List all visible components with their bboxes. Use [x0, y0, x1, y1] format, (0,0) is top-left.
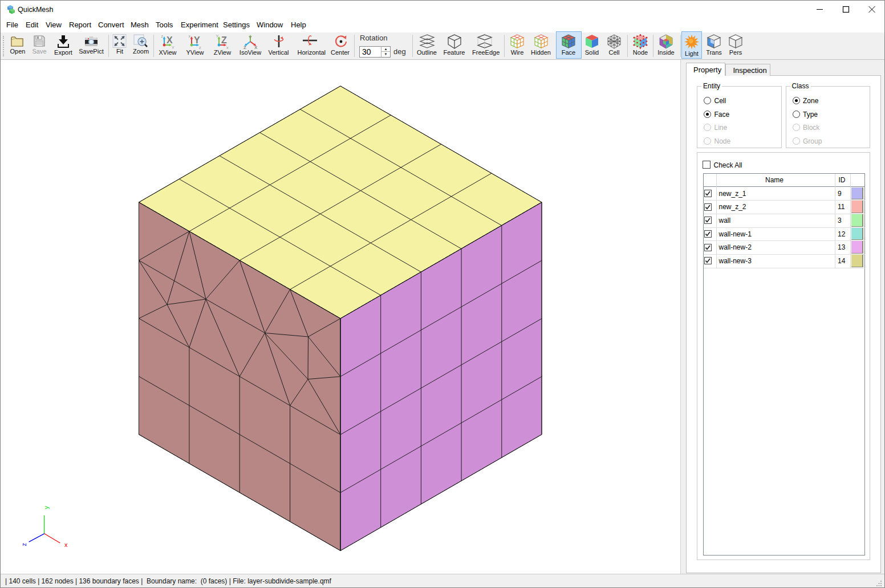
svg-text:y: y: [43, 506, 50, 509]
svg-text:Y: Y: [194, 35, 200, 45]
svg-text:x: x: [189, 34, 191, 38]
svg-text:Z: Z: [243, 45, 246, 49]
svg-text:X: X: [167, 35, 173, 45]
svg-text:z: z: [161, 34, 164, 38]
svg-text:z: z: [21, 543, 27, 546]
svg-text:X: X: [254, 45, 258, 49]
svg-text:Y: Y: [249, 35, 252, 40]
svg-text:Z: Z: [221, 35, 227, 45]
svg-text:Y: Y: [216, 34, 219, 38]
svg-text:x: x: [64, 541, 68, 548]
